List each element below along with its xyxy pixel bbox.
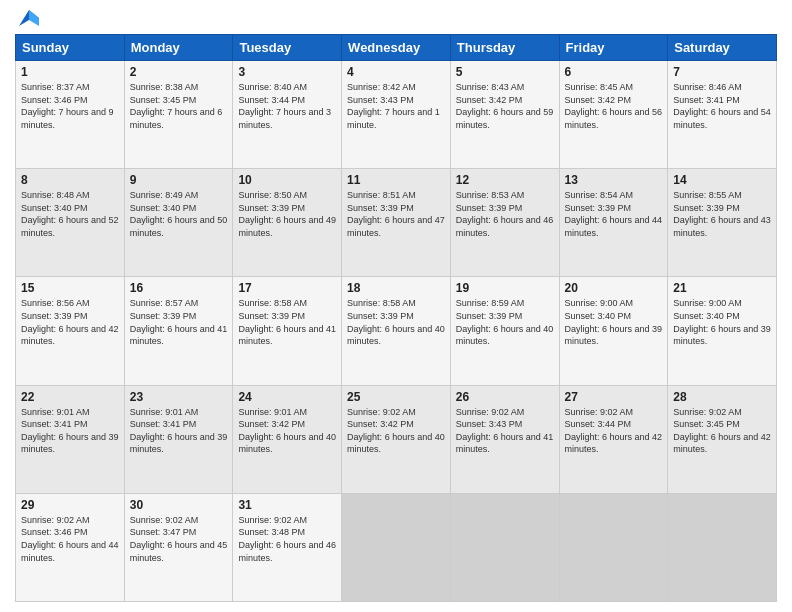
day-number: 22 [21,390,119,404]
day-number: 5 [456,65,554,79]
day-number: 20 [565,281,663,295]
day-header-saturday: Saturday [668,35,777,61]
day-number: 17 [238,281,336,295]
day-info: Sunrise: 8:58 AMSunset: 3:39 PMDaylight:… [347,298,445,346]
day-number: 13 [565,173,663,187]
day-info: Sunrise: 8:40 AMSunset: 3:44 PMDaylight:… [238,82,331,130]
day-cell: 7 Sunrise: 8:46 AMSunset: 3:41 PMDayligh… [668,61,777,169]
day-number: 28 [673,390,771,404]
logo-text [15,10,39,26]
day-cell: 24 Sunrise: 9:01 AMSunset: 3:42 PMDaylig… [233,385,342,493]
week-row-5: 29 Sunrise: 9:02 AMSunset: 3:46 PMDaylig… [16,493,777,601]
day-cell: 17 Sunrise: 8:58 AMSunset: 3:39 PMDaylig… [233,277,342,385]
day-info: Sunrise: 9:02 AMSunset: 3:48 PMDaylight:… [238,515,336,563]
logo [15,10,39,26]
day-header-tuesday: Tuesday [233,35,342,61]
header [15,10,777,26]
day-info: Sunrise: 9:00 AMSunset: 3:40 PMDaylight:… [565,298,663,346]
logo-bird-icon [19,10,39,26]
day-info: Sunrise: 8:55 AMSunset: 3:39 PMDaylight:… [673,190,771,238]
day-cell: 31 Sunrise: 9:02 AMSunset: 3:48 PMDaylig… [233,493,342,601]
day-number: 4 [347,65,445,79]
day-cell: 2 Sunrise: 8:38 AMSunset: 3:45 PMDayligh… [124,61,233,169]
day-cell: 4 Sunrise: 8:42 AMSunset: 3:43 PMDayligh… [342,61,451,169]
day-number: 2 [130,65,228,79]
day-number: 18 [347,281,445,295]
day-info: Sunrise: 8:45 AMSunset: 3:42 PMDaylight:… [565,82,663,130]
day-number: 8 [21,173,119,187]
day-cell: 11 Sunrise: 8:51 AMSunset: 3:39 PMDaylig… [342,169,451,277]
day-number: 16 [130,281,228,295]
day-number: 11 [347,173,445,187]
day-info: Sunrise: 8:43 AMSunset: 3:42 PMDaylight:… [456,82,554,130]
day-cell: 1 Sunrise: 8:37 AMSunset: 3:46 PMDayligh… [16,61,125,169]
day-cell: 5 Sunrise: 8:43 AMSunset: 3:42 PMDayligh… [450,61,559,169]
day-number: 10 [238,173,336,187]
day-info: Sunrise: 8:46 AMSunset: 3:41 PMDaylight:… [673,82,771,130]
day-header-sunday: Sunday [16,35,125,61]
day-number: 30 [130,498,228,512]
day-info: Sunrise: 8:59 AMSunset: 3:39 PMDaylight:… [456,298,554,346]
day-number: 19 [456,281,554,295]
day-info: Sunrise: 8:57 AMSunset: 3:39 PMDaylight:… [130,298,228,346]
day-cell: 28 Sunrise: 9:02 AMSunset: 3:45 PMDaylig… [668,385,777,493]
day-info: Sunrise: 8:49 AMSunset: 3:40 PMDaylight:… [130,190,228,238]
day-cell: 16 Sunrise: 8:57 AMSunset: 3:39 PMDaylig… [124,277,233,385]
day-info: Sunrise: 8:54 AMSunset: 3:39 PMDaylight:… [565,190,663,238]
day-cell: 29 Sunrise: 9:02 AMSunset: 3:46 PMDaylig… [16,493,125,601]
day-info: Sunrise: 8:58 AMSunset: 3:39 PMDaylight:… [238,298,336,346]
day-info: Sunrise: 8:38 AMSunset: 3:45 PMDaylight:… [130,82,223,130]
day-info: Sunrise: 9:02 AMSunset: 3:44 PMDaylight:… [565,407,663,455]
day-number: 14 [673,173,771,187]
week-row-1: 1 Sunrise: 8:37 AMSunset: 3:46 PMDayligh… [16,61,777,169]
day-info: Sunrise: 8:56 AMSunset: 3:39 PMDaylight:… [21,298,119,346]
day-number: 27 [565,390,663,404]
week-row-3: 15 Sunrise: 8:56 AMSunset: 3:39 PMDaylig… [16,277,777,385]
day-header-wednesday: Wednesday [342,35,451,61]
day-info: Sunrise: 8:37 AMSunset: 3:46 PMDaylight:… [21,82,114,130]
day-info: Sunrise: 9:02 AMSunset: 3:45 PMDaylight:… [673,407,771,455]
day-header-monday: Monday [124,35,233,61]
day-info: Sunrise: 9:02 AMSunset: 3:43 PMDaylight:… [456,407,554,455]
day-info: Sunrise: 9:00 AMSunset: 3:40 PMDaylight:… [673,298,771,346]
day-cell: 12 Sunrise: 8:53 AMSunset: 3:39 PMDaylig… [450,169,559,277]
day-info: Sunrise: 8:48 AMSunset: 3:40 PMDaylight:… [21,190,119,238]
day-number: 23 [130,390,228,404]
svg-marker-1 [29,10,39,26]
day-cell: 25 Sunrise: 9:02 AMSunset: 3:42 PMDaylig… [342,385,451,493]
day-number: 25 [347,390,445,404]
day-cell: 3 Sunrise: 8:40 AMSunset: 3:44 PMDayligh… [233,61,342,169]
day-cell: 27 Sunrise: 9:02 AMSunset: 3:44 PMDaylig… [559,385,668,493]
day-cell: 21 Sunrise: 9:00 AMSunset: 3:40 PMDaylig… [668,277,777,385]
day-cell: 13 Sunrise: 8:54 AMSunset: 3:39 PMDaylig… [559,169,668,277]
day-number: 9 [130,173,228,187]
day-cell [559,493,668,601]
day-number: 15 [21,281,119,295]
day-cell [342,493,451,601]
day-info: Sunrise: 9:02 AMSunset: 3:47 PMDaylight:… [130,515,228,563]
day-cell: 8 Sunrise: 8:48 AMSunset: 3:40 PMDayligh… [16,169,125,277]
day-cell: 20 Sunrise: 9:00 AMSunset: 3:40 PMDaylig… [559,277,668,385]
day-number: 21 [673,281,771,295]
day-number: 12 [456,173,554,187]
day-cell: 10 Sunrise: 8:50 AMSunset: 3:39 PMDaylig… [233,169,342,277]
day-cell: 9 Sunrise: 8:49 AMSunset: 3:40 PMDayligh… [124,169,233,277]
day-cell: 23 Sunrise: 9:01 AMSunset: 3:41 PMDaylig… [124,385,233,493]
calendar-table: SundayMondayTuesdayWednesdayThursdayFrid… [15,34,777,602]
day-info: Sunrise: 9:02 AMSunset: 3:42 PMDaylight:… [347,407,445,455]
day-header-thursday: Thursday [450,35,559,61]
day-cell: 22 Sunrise: 9:01 AMSunset: 3:41 PMDaylig… [16,385,125,493]
day-info: Sunrise: 8:53 AMSunset: 3:39 PMDaylight:… [456,190,554,238]
day-header-friday: Friday [559,35,668,61]
day-info: Sunrise: 9:02 AMSunset: 3:46 PMDaylight:… [21,515,119,563]
page: SundayMondayTuesdayWednesdayThursdayFrid… [0,0,792,612]
day-cell: 6 Sunrise: 8:45 AMSunset: 3:42 PMDayligh… [559,61,668,169]
day-cell: 18 Sunrise: 8:58 AMSunset: 3:39 PMDaylig… [342,277,451,385]
week-row-2: 8 Sunrise: 8:48 AMSunset: 3:40 PMDayligh… [16,169,777,277]
day-number: 6 [565,65,663,79]
day-number: 7 [673,65,771,79]
day-info: Sunrise: 8:42 AMSunset: 3:43 PMDaylight:… [347,82,440,130]
week-row-4: 22 Sunrise: 9:01 AMSunset: 3:41 PMDaylig… [16,385,777,493]
header-row: SundayMondayTuesdayWednesdayThursdayFrid… [16,35,777,61]
day-number: 24 [238,390,336,404]
